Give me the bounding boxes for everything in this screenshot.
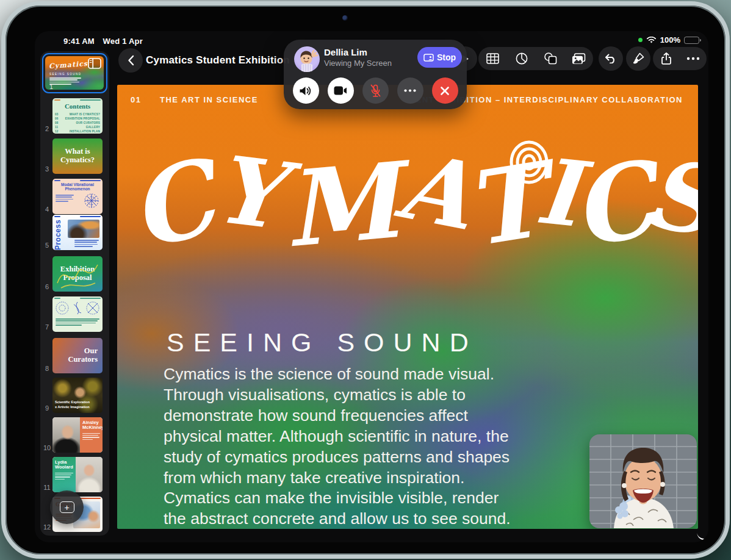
slide-page-number[interactable]: 01 [131,95,141,104]
undo-button[interactable] [599,46,623,71]
svg-text:S: S [639,137,698,258]
slide-number: 6 [43,283,51,290]
sidebar-panel-icon [88,58,101,69]
facetime-pip-video[interactable] [589,434,697,528]
table-icon [486,53,499,64]
undo-icon [605,54,617,63]
battery-icon [684,37,701,44]
paintbrush-icon [632,52,644,65]
participant-avatar [294,46,320,72]
slide-number: 12 [43,523,51,531]
share-button[interactable] [653,47,680,70]
facetime-controls-overlay: Dellia Lim Viewing My Screen Stop [284,40,467,109]
format-button[interactable] [626,46,650,71]
more-call-options-button[interactable] [397,77,423,104]
front-camera [342,15,348,21]
slide-number: 2 [43,125,51,132]
end-call-button[interactable] [432,77,458,104]
slide-thumbnail-11[interactable]: Lydia Woolard [52,457,103,492]
mute-button-muted[interactable] [362,77,389,104]
slide-canvas[interactable]: 01 THE ART IN SCIENCE ENT EXHIBITION – I… [117,85,698,529]
slide-number: 5 [43,242,51,249]
insert-chart-button[interactable] [508,47,535,70]
stop-label: Stop [437,52,456,62]
screen-share-icon [423,54,434,62]
thumb-title: What is Cymatics? [52,138,103,174]
slide-thumbnail-8[interactable]: Our Curators [52,338,103,373]
scribble-decoration [52,256,103,292]
slide-body-text[interactable]: Cymatics is the science of sound made vi… [164,364,525,529]
pie-chart-icon [516,52,528,65]
share-toolbar-group [653,47,707,70]
crescent-mark [696,525,708,541]
remote-participant-video [589,434,697,528]
chevron-left-icon [128,55,134,66]
thumb-title: Ainsley McKinney [82,420,100,431]
cymatic-pattern-icon [84,193,99,209]
thumb-photo [52,417,80,453]
insert-toolbar-group [478,47,593,70]
close-x-icon [440,86,450,96]
document-title: Cymatics Student Exhibition [146,54,290,66]
slide-number: 4 [43,206,51,213]
speaker-button[interactable] [293,77,319,104]
cymatics-display-title[interactable]: C Y M A T I C S [121,117,698,280]
thumb-title: Contents [52,102,103,110]
camera-button[interactable] [328,77,354,104]
slide-thumbnail-2[interactable]: Contents 03WHAT IS CYMATICS? 06EXHIBITIO… [52,98,103,134]
plus-icon: + [60,501,74,513]
ipad-marketing-scene: 9:41 AM Wed 1 Apr 100% [0,0,731,560]
speaker-icon [299,85,312,96]
add-slide-button[interactable]: + [50,490,84,524]
more-button[interactable] [680,47,707,70]
slide-thumbnail-5[interactable]: Process [52,215,103,250]
status-time: 9:41 AM [63,37,95,46]
slide-number: 1 [47,83,56,90]
slide-thumbnail-1-selected[interactable]: Cymatics SEEING SOUND 1 [42,53,107,93]
thumb-title: Our Curators [52,338,103,373]
navigator-toggle-button[interactable] [88,58,101,69]
thumb-title: Scientific Exploration x Artistic Imagin… [55,400,92,409]
participant-name: Dellia Lim [324,47,367,57]
slide-thumbnail-3[interactable]: What is Cymatics? [52,138,103,174]
thumb-title: Modal Vibrational Phenomenon [52,182,103,191]
slide-number: 3 [43,165,51,173]
slide-number: 11 [43,484,51,491]
slide-number: 9 [43,404,51,412]
slide-number: 10 [43,444,51,451]
ipad-device-frame: 9:41 AM Wed 1 Apr 100% [1,1,730,559]
ellipsis-icon [404,89,416,92]
back-button[interactable] [118,48,143,73]
thumb-title: Process [54,220,62,250]
camera-active-indicator [638,38,643,42]
slide-thumbnail-7[interactable] [52,296,103,332]
stop-sharing-button[interactable]: Stop [417,47,462,68]
slide-number: 8 [43,365,51,372]
document-title-menu[interactable]: Cymatics Student Exhibition [146,54,306,66]
shapes-icon [544,52,557,65]
wifi-icon [646,37,657,44]
battery-percent: 100% [660,35,680,45]
slide-eyebrow-left[interactable]: THE ART IN SCIENCE [160,95,258,104]
thumb1-heading: SEEING SOUND [49,73,82,76]
cymatic-patterns-row [55,300,100,316]
slide-thumbnail-9[interactable]: Scientific Exploration x Artistic Imagin… [52,378,103,413]
thumb-title: Lydia Woolard [55,460,73,470]
slide-thumbnail-6[interactable]: Exhibition Proposal [52,256,103,292]
ipad-screen: 9:41 AM Wed 1 Apr 100% [35,31,708,542]
ellipsis-icon [686,57,700,60]
thumb-photo [76,457,103,492]
share-status: Viewing My Screen [324,59,392,68]
memoji-avatar [294,46,320,72]
slide-heading[interactable]: SEEING SOUND [167,328,478,357]
slide-thumbnail-10[interactable]: Ainsley McKinney [52,417,103,453]
thumb1-title-scribble: Cymatics [49,60,88,70]
insert-media-button[interactable] [566,47,592,70]
insert-table-button[interactable] [480,47,506,70]
video-camera-icon [334,86,347,95]
mic-slash-icon [370,84,381,98]
photos-icon [572,53,586,65]
share-icon [661,52,671,65]
slide-thumbnail-4[interactable]: Modal Vibrational Phenomenon [52,179,103,214]
insert-shape-button[interactable] [537,47,564,70]
